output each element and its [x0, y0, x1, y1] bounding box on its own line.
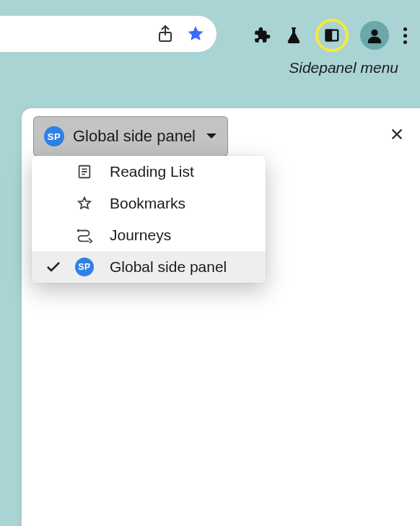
chevron-down-icon	[206, 133, 217, 140]
sp-badge-icon: SP	[75, 258, 94, 276]
check-icon	[45, 258, 62, 276]
extensions-icon[interactable]	[252, 25, 272, 45]
dropdown-item-bookmarks[interactable]: Bookmarks	[32, 188, 266, 219]
dropdown-item-label: Global side panel	[110, 258, 227, 276]
share-icon[interactable]	[157, 25, 173, 43]
chrome-menu-icon[interactable]	[401, 27, 410, 44]
dropdown-item-journeys[interactable]: Journeys	[32, 219, 266, 251]
address-bar[interactable]	[0, 16, 216, 52]
annotation-caption: Sidepanel menu	[289, 59, 398, 76]
svg-point-5	[77, 229, 80, 232]
dropdown-item-label: Bookmarks	[110, 195, 185, 212]
reading-list-icon	[75, 162, 94, 181]
labs-flask-icon[interactable]	[284, 25, 304, 45]
sp-badge-icon: SP	[44, 126, 64, 146]
side-panel-header: SP Global side panel	[22, 108, 420, 161]
bookmark-star-icon[interactable]	[186, 25, 205, 43]
toolbar-actions	[252, 19, 410, 52]
side-panel-selector[interactable]: SP Global side panel	[33, 116, 228, 157]
dropdown-item-label: Reading List	[110, 163, 194, 180]
journeys-icon	[75, 226, 94, 245]
dropdown-item-global-side-panel[interactable]: SP Global side panel	[32, 251, 266, 283]
svg-rect-2	[326, 30, 331, 41]
dropdown-item-reading-list[interactable]: Reading List	[32, 156, 266, 188]
close-button[interactable]	[387, 124, 407, 144]
dropdown-item-label: Journeys	[110, 227, 171, 244]
svg-point-3	[371, 30, 377, 36]
star-outline-icon	[75, 194, 94, 213]
viewport: Sidepanel menu SP Global side panel	[0, 0, 420, 526]
browser-toolbar	[0, 0, 420, 55]
profile-avatar[interactable]	[360, 21, 389, 50]
side-panel-dropdown: Reading List Bookmarks Journeys	[32, 156, 266, 283]
sidepanel-button-highlighted[interactable]	[315, 19, 349, 52]
side-panel-selector-label: Global side panel	[73, 127, 196, 146]
